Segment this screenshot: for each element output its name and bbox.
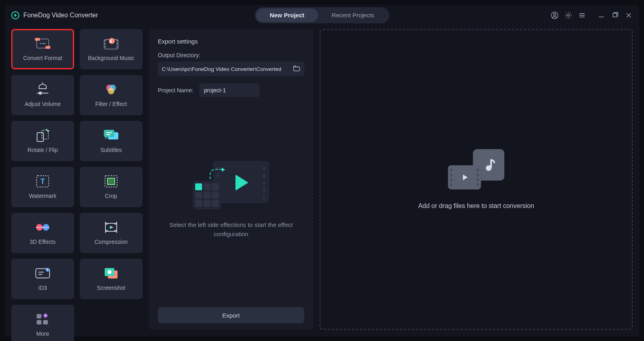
browse-folder-icon[interactable]: [293, 65, 300, 73]
feature-label: Crop: [105, 193, 117, 199]
3d-effects-icon: [35, 221, 51, 234]
feature-filter-effect[interactable]: Filter / Effect: [80, 75, 142, 115]
svg-rect-12: [45, 46, 50, 49]
svg-point-1: [553, 13, 555, 15]
feature-label: 3D Effects: [30, 239, 56, 245]
project-tab-switch: New Project Recent Projects: [255, 7, 389, 23]
account-icon[interactable]: [551, 11, 559, 19]
svg-rect-11: [35, 38, 40, 41]
feature-label: Screenshot: [97, 285, 126, 291]
svg-point-26: [39, 92, 41, 94]
svg-point-13: [40, 43, 41, 44]
app-body: Convert Format Background Music Adjust V…: [5, 26, 639, 336]
feature-subtitles[interactable]: Subtitles: [80, 121, 142, 161]
title-left: FoneDog Video Converter: [11, 11, 98, 19]
feature-label: Watermark: [29, 193, 56, 199]
app-title: FoneDog Video Converter: [23, 12, 98, 19]
export-button-label: Export: [222, 312, 239, 319]
drop-hint: Add or drag files here to start conversi…: [418, 202, 534, 210]
output-directory-path: C:\Users\pc\FoneDog Video Converter\Conv…: [162, 66, 293, 72]
feature-background-music[interactable]: Background Music: [80, 29, 142, 69]
svg-point-17: [105, 43, 106, 45]
svg-marker-54: [43, 313, 48, 318]
drop-illustration-icon: [448, 149, 504, 189]
svg-rect-33: [104, 130, 114, 137]
svg-marker-57: [463, 175, 468, 180]
effect-illustration-icon: [193, 161, 269, 209]
export-hint: Select the left side effections to start…: [167, 220, 295, 239]
maximize-icon[interactable]: [611, 11, 619, 19]
feature-id3[interactable]: ID3: [11, 259, 74, 299]
output-directory-label: Output Directory:: [158, 52, 304, 58]
feature-label: Rotate / Flip: [27, 147, 58, 153]
svg-point-23: [110, 41, 111, 43]
feature-screenshot[interactable]: Screenshot: [80, 259, 142, 299]
feature-adjust-volume[interactable]: Adjust Volume: [11, 75, 74, 115]
screenshot-icon: [103, 267, 119, 280]
file-drop-zone[interactable]: Add or drag files here to start conversi…: [320, 29, 633, 330]
more-icon: [35, 313, 51, 326]
title-right: [551, 11, 633, 19]
feature-convert-format[interactable]: Convert Format: [11, 29, 74, 69]
id3-icon: [35, 267, 51, 280]
svg-point-16: [105, 40, 106, 42]
export-title: Export settings: [158, 38, 304, 45]
tab-recent-projects[interactable]: Recent Projects: [318, 8, 388, 22]
settings-gear-icon[interactable]: [564, 11, 572, 19]
feature-compression[interactable]: Compression: [80, 213, 142, 253]
convert-format-icon: [35, 37, 51, 50]
svg-point-20: [116, 43, 118, 45]
app-window: FoneDog Video Converter New Project Rece…: [5, 5, 639, 336]
feature-label: Convert Format: [23, 55, 62, 61]
output-directory-field[interactable]: C:\Users\pc\FoneDog Video Converter\Conv…: [158, 62, 304, 76]
feature-crop[interactable]: Crop: [80, 167, 142, 207]
svg-rect-55: [294, 67, 300, 71]
export-placeholder: Select the left side effections to start…: [158, 97, 304, 302]
crop-icon: [103, 175, 119, 188]
hamburger-menu-icon[interactable]: [578, 11, 586, 19]
rotate-flip-icon: [35, 129, 51, 142]
watermark-icon: T: [35, 175, 51, 188]
project-name-input[interactable]: [199, 83, 260, 97]
minimize-icon[interactable]: [597, 11, 605, 19]
project-name-row: Project Name:: [158, 83, 304, 97]
feature-label: Adjust Volume: [25, 101, 61, 107]
filter-effect-icon: [103, 83, 119, 96]
svg-rect-51: [37, 314, 41, 318]
svg-rect-53: [43, 320, 48, 324]
feature-rotate-flip[interactable]: Rotate / Flip: [11, 121, 74, 161]
feature-grid: Convert Format Background Music Adjust V…: [11, 29, 142, 330]
feature-watermark[interactable]: T Watermark: [11, 167, 74, 207]
tab-new-project[interactable]: New Project: [256, 8, 318, 22]
project-name-label: Project Name:: [158, 87, 194, 94]
export-button[interactable]: Export: [158, 307, 304, 323]
feature-label: Compression: [95, 239, 128, 245]
background-music-icon: [103, 37, 119, 50]
svg-point-19: [116, 40, 118, 42]
feature-more[interactable]: More: [11, 305, 74, 341]
svg-rect-30: [37, 133, 43, 141]
svg-point-56: [486, 165, 491, 171]
feature-label: More: [36, 331, 49, 337]
svg-rect-39: [107, 178, 115, 185]
svg-point-14: [44, 43, 45, 44]
svg-point-21: [116, 46, 118, 48]
subtitles-icon: [103, 129, 119, 142]
compression-icon: [103, 221, 119, 234]
close-icon[interactable]: [625, 11, 633, 19]
feature-label: ID3: [38, 285, 47, 291]
svg-text:T: T: [41, 177, 45, 185]
title-bar: FoneDog Video Converter New Project Rece…: [5, 5, 639, 26]
svg-rect-52: [37, 320, 41, 324]
svg-point-50: [107, 270, 111, 274]
app-logo-icon: [11, 11, 19, 19]
feature-label: Background Music: [88, 55, 134, 61]
feature-3d-effects[interactable]: 3D Effects: [11, 213, 74, 253]
svg-point-18: [105, 46, 106, 48]
feature-label: Subtitles: [100, 147, 122, 153]
export-settings-panel: Export settings Output Directory: C:\Use…: [149, 29, 313, 330]
svg-point-29: [108, 88, 114, 94]
svg-point-22: [109, 38, 115, 44]
svg-rect-7: [613, 13, 617, 17]
svg-point-2: [568, 15, 570, 17]
